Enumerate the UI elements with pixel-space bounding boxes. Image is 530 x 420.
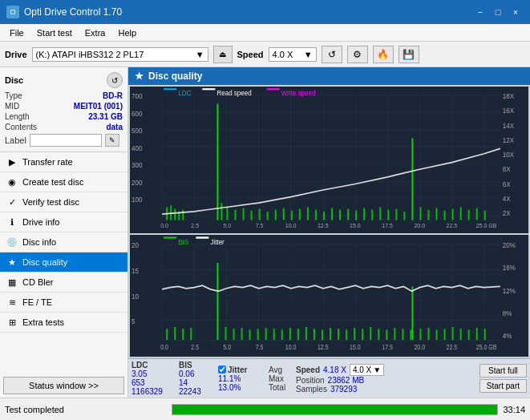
menu-start-test[interactable]: Start test [30, 26, 79, 39]
app-icon: O [6, 6, 19, 18]
sidebar-item-cd-bler[interactable]: ▦ CD Bler [0, 273, 127, 293]
svg-text:500: 500 [131, 127, 143, 135]
start-buttons: Start full Start part [479, 364, 527, 393]
speed-stat-label: Speed [296, 365, 320, 374]
eject-button[interactable]: ⏏ [213, 46, 233, 63]
sidebar-item-transfer-rate[interactable]: ▶ Transfer rate [0, 152, 127, 172]
total-row-label: Total [269, 383, 293, 392]
svg-rect-132 [362, 329, 363, 340]
close-button[interactable]: × [508, 5, 524, 19]
minimize-button[interactable]: − [472, 5, 488, 19]
drive-select[interactable]: (K:) ATAPI iHBS312 2 PL17 ▼ [32, 47, 208, 62]
svg-rect-131 [354, 328, 355, 340]
disc-label-edit-button[interactable]: ✎ [105, 134, 119, 147]
svg-rect-146 [468, 329, 470, 340]
jitter-checkbox[interactable] [218, 365, 226, 374]
svg-rect-29 [243, 208, 245, 220]
title-bar: O Opti Drive Control 1.70 − □ × [0, 0, 530, 24]
sidebar-item-create-test-disc[interactable]: ◉ Create test disc [0, 172, 127, 192]
maximize-button[interactable]: □ [490, 5, 506, 19]
svg-rect-48 [395, 209, 397, 220]
svg-rect-25 [216, 103, 218, 220]
disc-quality-icon: ★ [6, 256, 18, 268]
row-labels: Avg Max Total [269, 365, 293, 392]
svg-rect-136 [394, 328, 395, 340]
svg-rect-53 [436, 208, 438, 220]
svg-rect-59 [484, 211, 486, 220]
svg-text:0.0: 0.0 [160, 343, 168, 351]
app-title: Opti Drive Control 1.70 [24, 6, 122, 18]
nav-items: ▶ Transfer rate ◉ Create test disc ✓ Ver… [0, 152, 127, 374]
speed-stat-select[interactable]: 4.0 X ▼ [350, 364, 384, 376]
svg-rect-117 [241, 328, 243, 340]
svg-text:700: 700 [131, 92, 143, 100]
svg-rect-128 [330, 328, 331, 340]
avg-row-label: Avg [269, 365, 293, 374]
disc-refresh-button[interactable]: ↺ [107, 72, 123, 88]
speed-select[interactable]: 4.0 X ▼ [269, 47, 317, 62]
svg-rect-32 [267, 212, 269, 220]
disc-contents-label: Contents [5, 123, 37, 131]
extra-tests-icon: ⊞ [6, 317, 18, 328]
speed-label: Speed [237, 50, 264, 59]
svg-rect-130 [346, 329, 347, 340]
sidebar-item-label: FE / TE [22, 297, 52, 307]
svg-text:5.0: 5.0 [223, 343, 231, 351]
main-layout: Disc ↺ Type BD-R MID MEIT01 (001) Length… [0, 67, 530, 398]
svg-rect-51 [419, 207, 421, 220]
refresh-button[interactable]: ↺ [322, 46, 342, 63]
start-full-button[interactable]: Start full [479, 364, 527, 378]
svg-text:10X: 10X [503, 151, 515, 159]
svg-text:20%: 20% [503, 241, 516, 250]
svg-rect-123 [289, 328, 291, 340]
save-button[interactable]: 💾 [399, 46, 419, 63]
max-row-label: Max [269, 374, 293, 383]
svg-text:12.5: 12.5 [318, 343, 329, 351]
burn-button[interactable]: 🔥 [373, 46, 394, 63]
svg-text:14X: 14X [503, 121, 515, 129]
menu-extra[interactable]: Extra [79, 26, 112, 39]
sidebar-item-drive-info[interactable]: ℹ Drive info [0, 212, 127, 232]
svg-text:8%: 8% [503, 309, 512, 317]
svg-text:BIS: BIS [178, 237, 188, 246]
svg-rect-22 [174, 209, 176, 220]
svg-rect-33 [275, 210, 277, 220]
svg-rect-113 [190, 328, 192, 340]
svg-text:20.0: 20.0 [414, 343, 425, 351]
samples-label: Samples [296, 385, 327, 394]
menu-help[interactable]: Help [111, 26, 143, 39]
svg-text:12%: 12% [503, 286, 516, 295]
disc-contents-row: Contents data [5, 123, 123, 131]
menu-file[interactable]: File [3, 26, 30, 39]
disc-quality-icon-header: ★ [135, 71, 144, 82]
ldc-max: 653 [131, 378, 176, 387]
disc-type-label: Type [5, 91, 22, 100]
svg-rect-36 [299, 209, 301, 220]
svg-text:2.5: 2.5 [191, 343, 199, 351]
svg-text:4X: 4X [503, 195, 511, 203]
disc-label-input[interactable] [30, 134, 102, 147]
sidebar-item-label: Drive info [22, 217, 59, 227]
sidebar-item-fe-te[interactable]: ≋ FE / TE [0, 293, 127, 313]
bis-max: 14 [179, 378, 215, 387]
settings-button[interactable]: ⚙ [347, 46, 368, 63]
start-part-button[interactable]: Start part [479, 379, 527, 393]
status-window-button[interactable]: Status window >> [3, 377, 124, 394]
sidebar-item-label: Disc info [22, 237, 56, 247]
svg-text:25.0 GB: 25.0 GB [476, 343, 497, 351]
svg-rect-137 [402, 329, 403, 340]
svg-text:16%: 16% [503, 264, 516, 273]
sidebar-item-disc-info[interactable]: 💿 Disc info [0, 232, 127, 252]
sidebar-item-extra-tests[interactable]: ⊞ Extra tests [0, 313, 127, 333]
svg-text:6X: 6X [503, 180, 511, 188]
jitter-header-row: Jitter [218, 365, 262, 374]
svg-rect-40 [331, 208, 333, 220]
progress-bar-container [172, 404, 498, 415]
speed-dropdown-arrow: ▼ [304, 50, 313, 59]
svg-text:15.0: 15.0 [350, 222, 361, 229]
disc-length-label: Length [5, 112, 30, 121]
sidebar-item-disc-quality[interactable]: ★ Disc quality [0, 252, 127, 273]
svg-rect-91 [267, 88, 280, 90]
sidebar-item-verify-test-disc[interactable]: ✓ Verify test disc [0, 192, 127, 212]
verify-test-disc-icon: ✓ [6, 196, 18, 208]
